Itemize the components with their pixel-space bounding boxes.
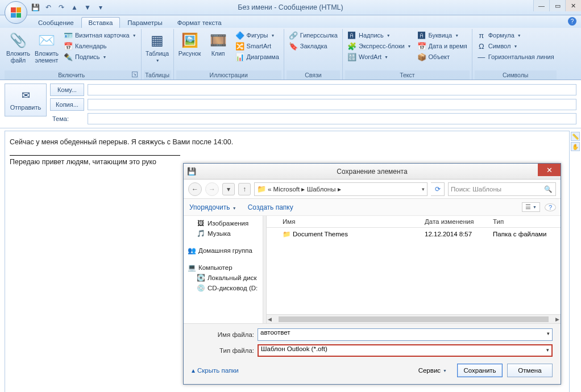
to-button[interactable]: Кому... <box>50 84 84 96</box>
filename-input[interactable]: автоответ▾ <box>258 328 553 341</box>
quickparts-button[interactable]: 🧩Экспресс-блоки▼ <box>345 41 414 51</box>
ruler-icon[interactable]: 📏 <box>571 132 580 141</box>
cc-input[interactable] <box>88 99 576 110</box>
horizontal-scrollbar[interactable]: ◀▶ <box>267 314 561 323</box>
ribbon-tabs: Сообщение Вставка Параметры Формат текст… <box>0 15 581 28</box>
window-title: Без имени - Сообщение (HTML) <box>238 3 343 11</box>
envelope-icon: ✉️ <box>38 31 56 49</box>
filetype-select[interactable]: Шаблон Outlook (*.oft)▾ <box>258 344 553 357</box>
group-symbols-label: Символы <box>475 70 557 80</box>
nav-recent-button[interactable]: ▾ <box>222 183 235 195</box>
prev-item-icon[interactable]: ▲ <box>70 3 79 12</box>
dialog-close-button[interactable]: ✕ <box>538 164 561 176</box>
hline-button[interactable]: —Горизонтальная линия <box>475 52 557 62</box>
col-date[interactable]: Дата изменения <box>420 216 488 227</box>
save-icon[interactable]: 💾 <box>31 3 40 12</box>
refresh-button[interactable]: ⟳ <box>431 182 445 196</box>
hyperlink-button[interactable]: 🔗Гиперссылка <box>287 30 340 40</box>
new-folder-button[interactable]: Создать папку <box>248 203 293 211</box>
cancel-button[interactable]: Отмена <box>507 364 553 377</box>
view-mode-button[interactable]: ☰ ▼ <box>522 202 540 212</box>
nav-forward-button[interactable]: → <box>205 182 219 196</box>
symbol-button[interactable]: ΩСимвол▼ <box>475 41 557 51</box>
hide-folders-button[interactable]: ▴Скрыть папки <box>192 366 239 374</box>
chevron-up-icon: ▴ <box>192 366 195 374</box>
dialog-title: Сохранение элемента <box>337 168 407 176</box>
tree-cddrive[interactable]: 💿CD-дисковод (D: <box>185 283 262 293</box>
tab-format[interactable]: Формат текста <box>170 17 229 28</box>
redo-icon[interactable]: ↷ <box>57 3 66 12</box>
col-name[interactable]: Имя <box>278 216 420 227</box>
object-button[interactable]: 📦Объект <box>415 52 470 62</box>
search-icon: 🔍 <box>544 185 552 193</box>
save-button[interactable]: Сохранить <box>457 364 503 377</box>
maximize-button[interactable]: ▭ <box>549 0 565 11</box>
signature-line <box>10 155 180 156</box>
folder-tree[interactable]: 🖼Изображения 🎵Музыка 👥Домашняя группа 💻К… <box>184 216 263 323</box>
ribbon: 📎Вложить файл ✉️Вложить элемент 🪪Визитна… <box>0 28 581 80</box>
cc-button[interactable]: Копия... <box>50 98 84 111</box>
group-illustrations-label: Иллюстрации <box>176 70 281 80</box>
pictures-icon: 🖼 <box>196 219 205 227</box>
computer-icon: 💻 <box>187 264 196 272</box>
tree-localdisk[interactable]: 💽Локальный диск <box>185 273 262 283</box>
hand-icon[interactable]: ✋ <box>571 142 580 151</box>
help-icon[interactable]: ? <box>568 17 576 26</box>
chevron-down-icon[interactable]: ▾ <box>547 331 550 336</box>
chart-button[interactable]: 📊Диаграмма <box>233 52 281 62</box>
datetime-button[interactable]: 📅Дата и время <box>415 41 470 51</box>
chevron-down-icon[interactable]: ▾ <box>546 347 549 353</box>
next-item-icon[interactable]: ▼ <box>83 3 92 12</box>
col-type[interactable]: Тип <box>488 216 561 227</box>
tree-computer[interactable]: 💻Компьютер <box>185 262 262 273</box>
group-text: 🅰Надпись▼ 🧩Экспресс-блоки▼ 🔠WordArt▼ 🅰Бу… <box>343 29 472 80</box>
smartart-button[interactable]: 🔀SmartArt <box>233 41 281 51</box>
tab-insert[interactable]: Вставка <box>81 17 121 28</box>
tab-message[interactable]: Сообщение <box>31 17 81 28</box>
search-input[interactable]: Поиск: Шаблоны 🔍 <box>448 182 556 196</box>
undo-icon[interactable]: ↶ <box>44 3 53 12</box>
business-card-button[interactable]: 🪪Визитная карточка▼ <box>61 30 139 40</box>
tree-pictures[interactable]: 🖼Изображения <box>185 218 262 228</box>
wordart-button[interactable]: 🔠WordArt▼ <box>345 52 414 62</box>
textbox-button[interactable]: 🅰Надпись▼ <box>345 30 414 40</box>
picture-button[interactable]: 🖼️Рисунок <box>176 30 204 59</box>
tree-homegroup[interactable]: 👥Домашняя группа <box>185 245 262 256</box>
help-button[interactable]: ? <box>545 203 556 211</box>
nav-back-button[interactable]: ← <box>188 182 202 196</box>
office-button[interactable] <box>5 1 27 24</box>
launcher-icon[interactable]: ↘ <box>132 72 138 77</box>
dropcap-button[interactable]: 🅰Буквица▼ <box>415 30 470 40</box>
file-list[interactable]: Имя Дата изменения Тип 📁Document Themes … <box>267 216 561 323</box>
picture-icon: 🖼️ <box>181 31 199 49</box>
wordart-icon: 🔠 <box>347 52 356 61</box>
save-dialog: 💾 Сохранение элемента ✕ ← → ▾ ↑ 📁 « Micr… <box>183 163 561 385</box>
music-icon: 🎵 <box>196 230 205 237</box>
nav-up-button[interactable]: ↑ <box>238 183 251 195</box>
send-button[interactable]: ✉ Отправить <box>5 84 47 116</box>
equation-button[interactable]: πФормула▼ <box>475 30 557 40</box>
object-icon: 📦 <box>417 52 426 61</box>
subject-input[interactable] <box>88 113 576 124</box>
close-button[interactable]: ✕ <box>565 0 581 11</box>
tab-options[interactable]: Параметры <box>120 17 169 28</box>
organize-button[interactable]: Упорядочить ▼ <box>189 203 236 211</box>
group-include: 📎Вложить файл ✉️Вложить элемент 🪪Визитна… <box>2 29 142 80</box>
breadcrumb-dropdown-icon[interactable]: ▾ <box>422 186 425 192</box>
qat-customize-icon[interactable]: ▾ <box>96 3 105 12</box>
table-button[interactable]: ▦Таблица▼ <box>144 30 171 64</box>
tree-music[interactable]: 🎵Музыка <box>185 228 262 239</box>
minimize-button[interactable]: — <box>533 0 549 11</box>
list-header: Имя Дата изменения Тип <box>267 216 561 228</box>
list-item[interactable]: 📁Document Themes 12.12.2014 8:57 Папка с… <box>267 228 561 240</box>
breadcrumb[interactable]: 📁 « Microsoft ▸ Шаблоны ▸ ▾ <box>254 182 428 196</box>
service-dropdown[interactable]: Сервис▼ <box>418 367 447 374</box>
shapes-button[interactable]: 🔷Фигуры▼ <box>233 30 281 40</box>
signature-button[interactable]: ✒️Подпись▼ <box>61 52 139 62</box>
attach-file-button[interactable]: 📎Вложить файл <box>5 30 32 65</box>
clip-button[interactable]: 🎞️Клип <box>205 30 232 59</box>
bookmark-button[interactable]: 🔖Закладка <box>287 41 340 51</box>
to-input[interactable] <box>88 84 576 95</box>
calendar-button[interactable]: 📅Календарь <box>61 41 139 51</box>
attach-item-button[interactable]: ✉️Вложить элемент <box>33 30 60 65</box>
